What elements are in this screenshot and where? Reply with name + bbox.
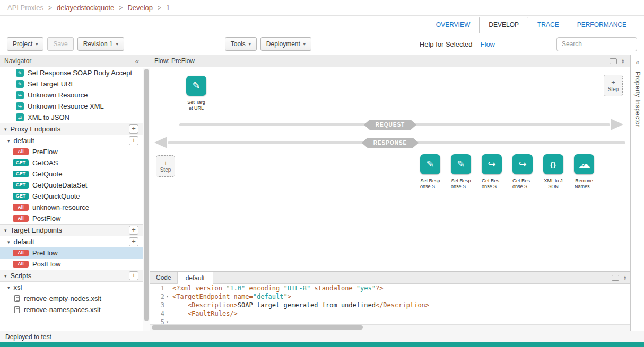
nav-policy-unknown-resource-xml[interactable]: ↪ Unknown Resource XML bbox=[0, 101, 143, 112]
nav-item-getquickquote[interactable]: GET GetQuickQuote bbox=[0, 191, 143, 202]
tab-overview[interactable]: OVERVIEW bbox=[427, 17, 479, 33]
plus-icon: + bbox=[611, 79, 615, 85]
xml-to-json-icon[interactable]: {} bbox=[543, 154, 563, 174]
assign-message-icon[interactable]: ✎ bbox=[186, 76, 206, 96]
code-horizontal-scrollbar[interactable] bbox=[150, 324, 630, 331]
request-arrow-icon bbox=[611, 119, 623, 130]
flow-canvas[interactable]: ✎ Set Targ et URL + Step REQUEST RESPONS… bbox=[150, 67, 630, 271]
code-line: 2▾ <TargetEndpoint name="default"> bbox=[150, 292, 630, 301]
nav-item-getoas[interactable]: GET GetOAS bbox=[0, 157, 143, 168]
flow-step-set-target-url[interactable]: ✎ Set Targ et URL bbox=[181, 76, 212, 111]
flow-step-xml-to-json[interactable]: {} XML to J SON bbox=[538, 154, 569, 190]
section-target-endpoints[interactable]: ▾ Target Endpoints + bbox=[0, 224, 143, 236]
project-menu-label: Project bbox=[13, 40, 32, 48]
app-window: API Proxies > delayedstockquote > Develo… bbox=[0, 0, 644, 347]
tab-performance[interactable]: PERFORMANCE bbox=[568, 17, 636, 33]
nav-item-remove-empty-nodes-xslt[interactable]: remove-empty-nodes.xslt bbox=[0, 293, 143, 304]
nav-policy-set-response-soap-body-accept[interactable]: ✎ Set Response SOAP Body Accept bbox=[0, 67, 143, 78]
flow-step-get-response-soap-1[interactable]: ↪ Get Res.. onse S ... bbox=[476, 154, 507, 190]
navigator-title: Navigator bbox=[4, 57, 31, 65]
add-target-endpoint-button[interactable]: + bbox=[129, 226, 138, 235]
navigator-header: Navigator « bbox=[0, 55, 150, 67]
flow-step-set-response-soap-2[interactable]: ✎ Set Resp onse S ... bbox=[446, 154, 476, 190]
tab-trace[interactable]: TRACE bbox=[528, 17, 568, 33]
assign-message-icon[interactable]: ✎ bbox=[451, 154, 471, 174]
nav-item-proxy-preflow[interactable]: All PreFlow bbox=[0, 146, 143, 157]
add-script-button[interactable]: + bbox=[129, 271, 138, 280]
step-label: Remove Names... bbox=[575, 178, 594, 190]
breadcrumb-separator: > bbox=[158, 4, 161, 12]
code-tab-default[interactable]: default bbox=[177, 272, 213, 284]
section-title: Proxy Endpoints bbox=[11, 125, 61, 133]
flow-callout-icon: ↪ bbox=[16, 91, 24, 99]
nav-policy-set-target-url[interactable]: ✎ Set Target URL bbox=[0, 78, 143, 90]
nav-item-getquotedataset[interactable]: GET GetQuoteDataSet bbox=[0, 180, 143, 191]
main-area: Navigator « ✎ Set Response SOAP Body Acc… bbox=[0, 55, 644, 331]
tools-menu-button[interactable]: Tools ▾ bbox=[225, 37, 257, 51]
assign-message-icon[interactable]: ✎ bbox=[420, 154, 440, 174]
nav-item-remove-namespaces-xslt[interactable]: remove-namespaces.xslt bbox=[0, 304, 143, 315]
layout-toggle-icon[interactable] bbox=[612, 275, 619, 281]
add-request-step-button[interactable]: + Step bbox=[604, 75, 623, 96]
remove-namespaces-icon[interactable]: ☁ ✓ bbox=[574, 154, 594, 174]
expand-property-inspector-icon[interactable]: « bbox=[636, 59, 639, 66]
nav-item-proxy-postflow[interactable]: All PostFlow bbox=[0, 213, 143, 224]
caret-down-icon: ▾ bbox=[303, 42, 306, 47]
project-menu-button[interactable]: Project ▾ bbox=[7, 37, 43, 51]
add-flow-button[interactable]: + bbox=[129, 237, 138, 246]
nav-policy-xml-to-json[interactable]: ⇄ XML to JSON bbox=[0, 112, 143, 123]
navigator-collapse-icon[interactable]: « bbox=[135, 57, 145, 65]
navigator-scrollbar-thumb[interactable] bbox=[144, 69, 149, 321]
collapse-panel-icon[interactable]: ▴ ▾ bbox=[624, 275, 626, 280]
collapse-panel-icon[interactable]: ▴ ▾ bbox=[622, 58, 624, 64]
nav-item-unknown-resource[interactable]: All unknown-resource bbox=[0, 202, 143, 213]
caret-down-icon: ▾ bbox=[36, 42, 38, 47]
group-label: xsl bbox=[14, 283, 22, 291]
nav-policy-label: Set Target URL bbox=[28, 80, 75, 88]
flow-callout-icon[interactable]: ↪ bbox=[512, 154, 533, 174]
help-for-selected-label: Help for Selected bbox=[420, 40, 473, 48]
search-input[interactable] bbox=[556, 37, 637, 51]
file-label: remove-empty-nodes.xslt bbox=[24, 295, 101, 302]
nav-policy-unknown-resource[interactable]: ↪ Unknown Resource bbox=[0, 90, 143, 101]
code-scrollbar-thumb[interactable] bbox=[152, 325, 363, 330]
section-scripts[interactable]: ▾ Scripts + bbox=[0, 270, 143, 282]
tools-menu-label: Tools bbox=[231, 40, 246, 48]
breadcrumb-item-api-proxies[interactable]: API Proxies bbox=[7, 4, 43, 12]
flow-step-set-response-soap-1[interactable]: ✎ Set Resp onse S ... bbox=[415, 154, 446, 190]
breadcrumb-item-proxy-name[interactable]: delayedstockquote bbox=[57, 4, 114, 12]
revision-menu-button[interactable]: Revision 1 ▾ bbox=[77, 37, 124, 51]
flow-step-get-response-soap-2[interactable]: ↪ Get Res.. onse S ... bbox=[507, 154, 538, 190]
method-badge: All bbox=[13, 250, 29, 256]
breadcrumb: API Proxies > delayedstockquote > Develo… bbox=[0, 0, 644, 16]
add-proxy-endpoint-button[interactable]: + bbox=[129, 124, 138, 134]
add-flow-button[interactable]: + bbox=[129, 136, 138, 145]
caret-down-icon: ▾ bbox=[249, 42, 251, 47]
request-flow-label: REQUEST bbox=[364, 120, 416, 130]
layout-toggle-icon[interactable] bbox=[610, 58, 617, 64]
deployment-menu-button[interactable]: Deployment ▾ bbox=[260, 37, 311, 51]
flow-callout-icon[interactable]: ↪ bbox=[482, 154, 502, 174]
nav-item-getquote[interactable]: GET GetQuote bbox=[0, 168, 143, 180]
response-flow-label: RESPONSE bbox=[362, 138, 419, 148]
add-response-step-button[interactable]: + Step bbox=[156, 155, 175, 177]
method-badge: All bbox=[13, 215, 29, 222]
nav-item-target-postflow[interactable]: All PostFlow bbox=[0, 259, 143, 270]
proxy-endpoint-default-group[interactable]: ▾ default + bbox=[0, 135, 143, 146]
target-endpoint-default-group[interactable]: ▾ default + bbox=[0, 236, 143, 247]
section-proxy-endpoints[interactable]: ▾ Proxy Endpoints + bbox=[0, 123, 143, 135]
tab-develop[interactable]: DEVELOP bbox=[479, 17, 528, 33]
breadcrumb-item-revision: 1 bbox=[166, 4, 170, 12]
flow-step-remove-namespaces[interactable]: ☁ ✓ Remove Names... bbox=[569, 154, 599, 190]
pencil-icon: ✎ bbox=[457, 158, 465, 170]
breadcrumb-item-develop[interactable]: Develop bbox=[127, 4, 153, 12]
nav-item-target-preflow[interactable]: All PreFlow bbox=[0, 247, 143, 259]
help-flow-link[interactable]: Flow bbox=[481, 40, 495, 48]
step-label: Set Resp onse S ... bbox=[420, 178, 440, 190]
navigator-scrollbar[interactable] bbox=[143, 68, 150, 331]
scripts-xsl-group[interactable]: ▾ xsl bbox=[0, 282, 143, 293]
step-label: XML to J SON bbox=[544, 178, 562, 190]
code-editor[interactable]: 1 <?xml version="1.0" encoding="UTF-8" s… bbox=[150, 284, 630, 324]
save-button[interactable]: Save bbox=[47, 37, 73, 51]
code-header: Code default ▴ ▾ bbox=[150, 272, 630, 284]
